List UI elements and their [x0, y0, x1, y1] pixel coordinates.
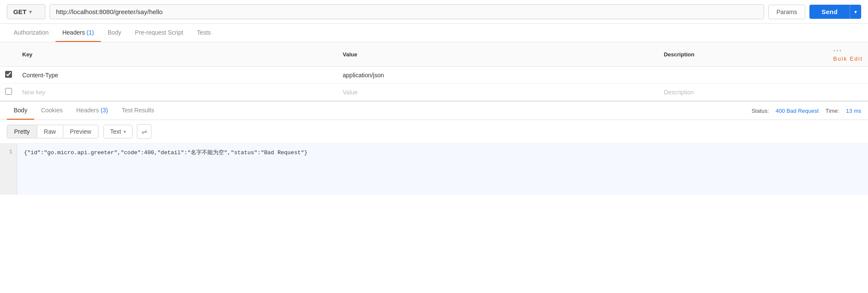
- status-label: Status:: [752, 108, 769, 114]
- th-key: Key: [17, 42, 338, 67]
- placeholder-key-cell[interactable]: New key: [17, 84, 338, 101]
- line-numbers: 1: [0, 144, 17, 195]
- th-description: Description: [658, 42, 828, 67]
- send-dropdown-button[interactable]: ▾: [850, 5, 861, 19]
- row-key-cell[interactable]: Content-Type: [17, 67, 338, 84]
- url-input[interactable]: [50, 4, 764, 19]
- response-tabs: Body Cookies Headers (3) Test Results: [7, 102, 752, 120]
- type-label: Text: [110, 128, 121, 135]
- response-section: Body Cookies Headers (3) Test Results St…: [0, 101, 868, 195]
- row-description-cell[interactable]: [658, 67, 828, 84]
- status-info: Status: 400 Bad Request Time: 13 ms: [752, 108, 861, 114]
- tab-tests[interactable]: Tests: [190, 24, 218, 42]
- placeholder-description-cell[interactable]: Description: [658, 84, 828, 101]
- format-pretty-button[interactable]: Pretty: [7, 125, 37, 138]
- tab-response-body[interactable]: Body: [7, 102, 34, 120]
- placeholder-checkbox[interactable]: [5, 88, 12, 95]
- row-checkbox[interactable]: [5, 71, 12, 78]
- time-label: Time:: [826, 108, 839, 114]
- placeholder-value-text: Value: [343, 89, 358, 96]
- code-area: 1 {"id":"go.micro.api.greeter","code":40…: [0, 144, 868, 195]
- placeholder-actions-cell: [828, 84, 868, 101]
- tab-body-request[interactable]: Body: [101, 24, 128, 42]
- type-chevron-icon: ▾: [124, 129, 126, 135]
- line-number-1: 1: [4, 149, 12, 155]
- method-label: GET: [13, 8, 27, 15]
- tab-cookies[interactable]: Cookies: [34, 102, 70, 120]
- tab-headers[interactable]: Headers (1): [56, 24, 101, 42]
- tab-test-results[interactable]: Test Results: [115, 102, 161, 120]
- wrap-icon: ⇌: [142, 128, 147, 136]
- format-group: Pretty Raw Preview: [7, 125, 98, 138]
- placeholder-key-text: New key: [22, 89, 45, 96]
- type-select-button[interactable]: Text ▾: [104, 125, 132, 138]
- wrap-button[interactable]: ⇌: [137, 124, 151, 139]
- placeholder-value-cell[interactable]: Value: [338, 84, 659, 101]
- table-row: Content-Type application/json: [0, 67, 868, 84]
- row-checkbox-cell: [0, 67, 17, 84]
- headers-section: Key Value Description ··· Bulk Edit Cont…: [0, 42, 868, 101]
- code-content[interactable]: {"id":"go.micro.api.greeter","code":400,…: [17, 144, 868, 195]
- th-actions: ··· Bulk Edit: [828, 42, 868, 67]
- placeholder-description-text: Description: [664, 89, 694, 96]
- status-value: 400 Bad Request: [776, 108, 818, 114]
- table-placeholder-row: New key Value Description: [0, 84, 868, 101]
- response-tabs-row: Body Cookies Headers (3) Test Results St…: [0, 102, 868, 120]
- send-button[interactable]: Send: [809, 5, 850, 19]
- params-button[interactable]: Params: [768, 5, 805, 19]
- format-preview-button[interactable]: Preview: [63, 125, 98, 138]
- more-options-icon[interactable]: ···: [833, 47, 842, 55]
- tab-prerequest[interactable]: Pre-request Script: [128, 24, 190, 42]
- row-value-cell[interactable]: application/json: [338, 67, 659, 84]
- method-chevron: ▾: [29, 9, 32, 15]
- tab-response-headers[interactable]: Headers (3): [70, 102, 115, 120]
- send-btn-group: Send ▾: [809, 5, 861, 19]
- time-value: 13 ms: [846, 108, 861, 114]
- request-tabs: Authorization Headers (1) Body Pre-reque…: [0, 24, 868, 42]
- method-select[interactable]: GET ▾: [7, 4, 45, 19]
- format-type-group: Text ▾: [103, 125, 133, 138]
- th-value: Value: [338, 42, 659, 67]
- bulk-edit-button[interactable]: Bulk Edit: [833, 56, 863, 62]
- format-raw-button[interactable]: Raw: [37, 125, 63, 138]
- tab-authorization[interactable]: Authorization: [7, 24, 56, 42]
- row-actions-cell: [828, 67, 868, 84]
- body-toolbar: Pretty Raw Preview Text ▾ ⇌: [0, 120, 868, 144]
- th-checkbox: [0, 42, 17, 67]
- top-bar: GET ▾ Params Send ▾: [0, 0, 868, 24]
- placeholder-checkbox-cell: [0, 84, 17, 101]
